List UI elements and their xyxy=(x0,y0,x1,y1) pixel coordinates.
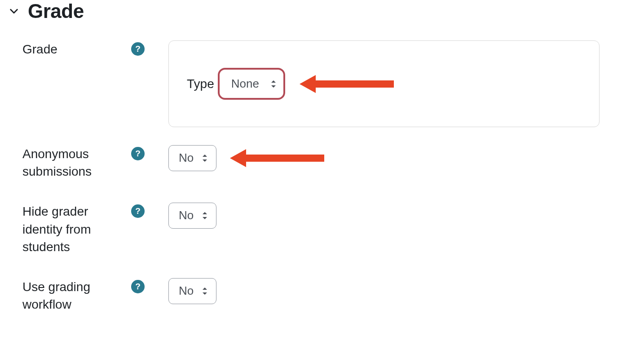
chevron-down-icon xyxy=(9,6,19,16)
form-rows: Grade ? Type None xyxy=(0,40,644,313)
hide-grader-select-wrap: No xyxy=(168,203,216,229)
workflow-label: Use grading workflow xyxy=(22,278,131,313)
anonymous-value: No xyxy=(179,151,194,164)
grade-fieldset: Type None xyxy=(168,40,600,127)
grade-type-select[interactable]: None xyxy=(218,68,285,100)
hide-grader-value: No xyxy=(179,208,194,222)
workflow-row: Use grading workflow ? No xyxy=(0,278,644,313)
workflow-select-wrap: No xyxy=(168,278,216,304)
workflow-value: No xyxy=(179,284,194,297)
workflow-select[interactable]: No xyxy=(168,278,216,304)
grade-row: Grade ? Type None xyxy=(0,40,644,127)
anonymous-label-col: Anonymous submissions ? xyxy=(22,145,148,180)
grade-control-col: Type None xyxy=(168,40,644,127)
help-icon[interactable]: ? xyxy=(131,280,145,293)
grade-type-select-wrap: None xyxy=(218,68,285,100)
grade-type-label: Type xyxy=(187,77,214,91)
grade-label: Grade xyxy=(22,40,57,58)
section-header[interactable]: Grade xyxy=(9,0,644,22)
annotation-arrow-icon xyxy=(230,147,324,169)
grade-type-value: None xyxy=(231,77,259,90)
hide-grader-row: Hide grader identity from students ? No xyxy=(0,203,644,256)
anonymous-label: Anonymous submissions xyxy=(22,145,131,180)
grade-label-col: Grade ? xyxy=(22,40,148,58)
workflow-control-col: No xyxy=(168,278,644,304)
anonymous-select-wrap: No xyxy=(168,145,216,171)
annotation-arrow-icon xyxy=(300,73,394,95)
anonymous-control-col: No xyxy=(168,145,644,171)
grade-section: Grade Grade ? Type None xyxy=(0,0,644,313)
hide-grader-label: Hide grader identity from students xyxy=(22,203,131,256)
help-icon[interactable]: ? xyxy=(131,204,145,218)
section-title: Grade xyxy=(28,0,84,22)
anonymous-row: Anonymous submissions ? No xyxy=(0,145,644,180)
workflow-label-col: Use grading workflow ? xyxy=(22,278,148,313)
hide-grader-control-col: No xyxy=(168,203,644,229)
help-icon[interactable]: ? xyxy=(131,42,145,56)
hide-grader-select[interactable]: No xyxy=(168,203,216,229)
help-icon[interactable]: ? xyxy=(131,147,145,160)
anonymous-select[interactable]: No xyxy=(168,145,216,171)
hide-grader-label-col: Hide grader identity from students ? xyxy=(22,203,148,256)
